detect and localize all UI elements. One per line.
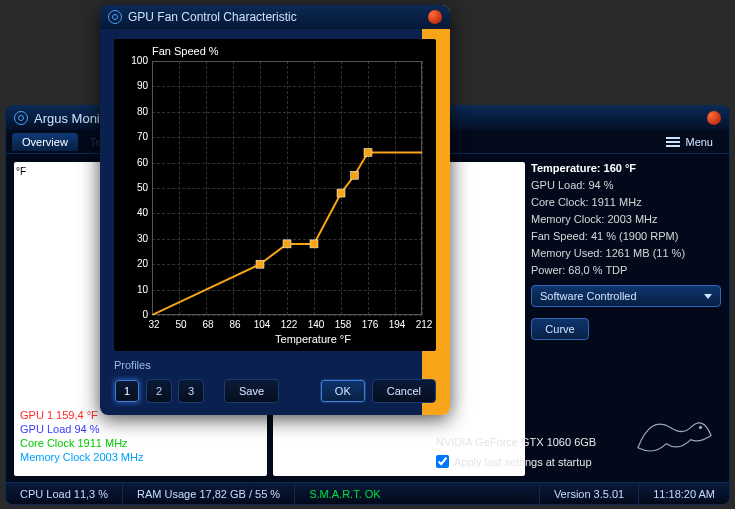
app-icon: [14, 111, 28, 125]
close-icon[interactable]: [428, 10, 442, 24]
chart-legend: GPU 1 159,4 °F GPU Load 94 % Core Clock …: [20, 408, 143, 464]
curve-handle[interactable]: [364, 148, 372, 156]
menu-icon: [666, 137, 680, 147]
curve-handle[interactable]: [351, 171, 359, 179]
legend-core-clock: Core Clock 1911 MHz: [20, 436, 143, 450]
dialog-footer: 1 2 3 Save OK Cancel: [100, 379, 450, 415]
apply-settings-label: Apply last settings at startup: [454, 456, 592, 468]
fan-curve-dialog: GPU Fan Control Characteristic Fan Speed…: [100, 5, 450, 415]
fan-mode-value: Software Controlled: [540, 290, 637, 302]
legend-gpu-load: GPU Load 94 %: [20, 422, 143, 436]
profiles-label: Profiles: [114, 359, 436, 371]
chart-y-label: °F: [16, 166, 26, 177]
menu-label: Menu: [685, 136, 713, 148]
curve-handle[interactable]: [337, 189, 345, 197]
status-smart: S.M.A.R.T. OK: [295, 483, 540, 504]
sidebar-memory-clock: Memory Clock: 2003 MHz: [531, 213, 721, 225]
dialog-title-bar[interactable]: GPU Fan Control Characteristic: [100, 5, 450, 29]
sidebar-gpu-load: GPU Load: 94 %: [531, 179, 721, 191]
fan-curve-chart[interactable]: Fan Speed % 0102030405060708090100325068…: [114, 39, 436, 351]
sidebar-memory-used: Memory Used: 1261 MB (11 %): [531, 247, 721, 259]
close-icon[interactable]: [707, 111, 721, 125]
status-ram: RAM Usage 17,82 GB / 55 %: [123, 483, 295, 504]
curve-handle[interactable]: [310, 240, 318, 248]
menu-button[interactable]: Menu: [656, 133, 723, 151]
legend-memory-clock: Memory Clock 2003 MHz: [20, 450, 143, 464]
fan-mode-dropdown[interactable]: Software Controlled: [531, 285, 721, 307]
status-version: Version 3.5.01: [540, 483, 639, 504]
sidebar-power: Power: 68,0 % TDP: [531, 264, 721, 276]
ok-button[interactable]: OK: [320, 379, 366, 403]
cancel-button[interactable]: Cancel: [372, 379, 436, 403]
status-time: 11:18:20 AM: [639, 483, 729, 504]
sidebar-core-clock: Core Clock: 1911 MHz: [531, 196, 721, 208]
curve-button[interactable]: Curve: [531, 318, 589, 340]
app-icon: [108, 10, 122, 24]
svg-point-0: [699, 426, 702, 429]
status-cpu: CPU Load 11,3 %: [6, 483, 123, 504]
curve-handle[interactable]: [256, 260, 264, 268]
profile-1-button[interactable]: 1: [114, 379, 140, 403]
profile-3-button[interactable]: 3: [178, 379, 204, 403]
lizard-icon: [632, 399, 717, 464]
save-button[interactable]: Save: [224, 379, 279, 403]
tab-overview[interactable]: Overview: [12, 133, 78, 151]
sidebar-fan-speed: Fan Speed: 41 % (1900 RPM): [531, 230, 721, 242]
sidebar-temp: Temperature: 160 °F: [531, 162, 721, 174]
dialog-title: GPU Fan Control Characteristic: [128, 10, 297, 24]
apply-settings-checkbox[interactable]: [436, 455, 449, 468]
status-bar: CPU Load 11,3 % RAM Usage 17,82 GB / 55 …: [6, 482, 729, 504]
chart-x-label: Temperature °F: [152, 333, 450, 345]
apply-settings-row[interactable]: Apply last settings at startup: [436, 455, 592, 468]
chevron-down-icon: [704, 294, 712, 299]
profile-2-button[interactable]: 2: [146, 379, 172, 403]
chart-y-label: Fan Speed %: [152, 45, 219, 57]
gpu-name: NVIDIA GeForce GTX 1060 6GB: [436, 436, 596, 448]
curve-handle[interactable]: [283, 240, 291, 248]
